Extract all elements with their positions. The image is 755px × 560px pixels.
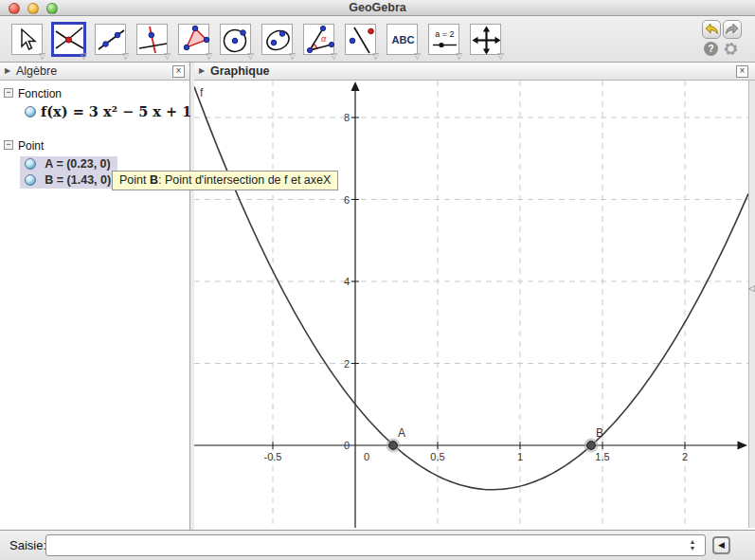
tree-group-label: Point	[18, 139, 44, 153]
redo-icon	[724, 21, 741, 38]
redo-button[interactable]	[723, 20, 742, 39]
panel-collapse-strip[interactable]	[748, 81, 755, 528]
svg-text:6: 6	[344, 194, 350, 206]
close-window-button[interactable]	[9, 3, 20, 14]
algebra-tree: − Fonction f(x) = 3 x² − 5 x + 1 − Point…	[0, 81, 189, 530]
input-bar: Saisie: ▲ ▼ ◀	[0, 530, 755, 560]
tool-slider[interactable]: a = 2 ▽	[428, 24, 459, 55]
svg-text:8: 8	[344, 112, 350, 123]
algebra-close-icon[interactable]: ×	[172, 65, 185, 78]
stepper-up-icon[interactable]: ▲	[687, 538, 698, 545]
svg-text:2: 2	[344, 358, 350, 370]
graphics-disclosure-icon[interactable]: ▶	[199, 67, 205, 75]
algebra-title: Algèbre	[16, 64, 57, 78]
point-A[interactable]: A	[386, 426, 406, 453]
tool-move[interactable]: ▽	[11, 24, 43, 55]
graphics-header: ▶ Graphique ×	[194, 63, 755, 81]
tool-line-through-two-points[interactable]: ▽	[95, 24, 126, 55]
collapse-panel-left-icon[interactable]: ◁	[748, 283, 755, 293]
svg-text:ABC: ABC	[392, 34, 415, 45]
tool-intersect-two-objects[interactable]: ▽	[51, 22, 86, 57]
point-a-value: A = (0.23, 0)	[45, 157, 110, 171]
tree-item-point-B[interactable]: B = (1.43, 0)	[20, 172, 117, 189]
svg-text:α: α	[321, 34, 327, 44]
curve-label: f	[200, 86, 204, 99]
point-label: B	[596, 426, 603, 440]
tool-dropdown-icon[interactable]: ▽	[206, 52, 212, 61]
tool-conic-ellipse[interactable]: ▽	[261, 24, 293, 55]
collapse-node-icon[interactable]: −	[4, 88, 13, 98]
undo-button[interactable]	[702, 20, 721, 39]
point-label: A	[398, 426, 405, 440]
visibility-marble-icon[interactable]	[25, 158, 36, 170]
svg-text:0: 0	[344, 440, 350, 451]
point-B[interactable]: B	[584, 426, 604, 453]
input-label: Saisie:	[9, 538, 46, 552]
tree-item-point-A[interactable]: A = (0.23, 0)	[20, 156, 117, 172]
tool-dropdown-icon[interactable]: ▽	[81, 52, 87, 61]
algebra-view: ▶ Algèbre × − Fonction f(x) = 3 x² − 5 x…	[0, 63, 190, 530]
y-axis-arrow-icon	[351, 81, 360, 91]
tool-reflect-object[interactable]: ▽	[345, 24, 376, 55]
function-definition: f(x) = 3 x² − 5 x + 1	[41, 103, 191, 119]
tool-dropdown-icon[interactable]: ▽	[331, 52, 337, 61]
minimize-window-button[interactable]	[27, 3, 39, 14]
zoom-window-button[interactable]	[46, 3, 58, 14]
visibility-marble-icon[interactable]	[25, 106, 36, 117]
tooltip-bold-text: B	[150, 173, 158, 187]
tool-dropdown-icon[interactable]: ▽	[122, 52, 129, 61]
svg-text:-0.5: -0.5	[264, 451, 282, 462]
window-title: GeoGebra	[0, 0, 755, 15]
svg-text:2: 2	[682, 451, 688, 462]
point-dot[interactable]	[587, 442, 596, 450]
axis-ticks	[273, 117, 685, 449]
command-input[interactable]	[50, 536, 675, 554]
collapse-node-icon[interactable]: −	[4, 140, 13, 150]
tooltip-point-b: Point B: Point d'intersection de f et ax…	[112, 171, 338, 190]
tool-move-graphics-view[interactable]: ▽	[470, 24, 501, 55]
tool-perpendicular-line[interactable]: ▽	[136, 24, 168, 55]
graphics-close-icon[interactable]: ×	[736, 65, 748, 78]
algebra-disclosure-icon[interactable]: ▶	[5, 67, 10, 75]
tooltip-text: : Point d'intersection de f et axeX	[158, 173, 331, 187]
tool-dropdown-icon[interactable]: ▽	[247, 52, 254, 61]
graphics-title: Graphique	[210, 64, 270, 78]
title-bar: GeoGebra	[0, 0, 755, 16]
command-input-field[interactable]: ▲ ▼	[45, 534, 706, 556]
svg-text:4: 4	[344, 276, 350, 287]
svg-text:0: 0	[364, 451, 369, 462]
tool-dropdown-icon[interactable]: ▽	[497, 52, 504, 61]
toolbar: ▽ ▽ ▽ ▽ ▽	[0, 16, 755, 63]
tool-dropdown-icon[interactable]: ▽	[39, 52, 45, 61]
visibility-marble-icon[interactable]	[25, 174, 36, 186]
tool-insert-text[interactable]: ABC ▽	[386, 24, 418, 55]
algebra-header: ▶ Algèbre ×	[0, 63, 189, 81]
tool-dropdown-icon[interactable]: ▽	[456, 52, 462, 61]
svg-text:1.5: 1.5	[595, 451, 609, 462]
tool-dropdown-icon[interactable]: ▽	[164, 52, 171, 61]
gear-icon	[723, 41, 739, 57]
tree-group-label: Fonction	[18, 87, 62, 100]
graph-canvas[interactable]: -0.5 0 0.5 1 1.5 2 0 2 4 6 8 f A B	[194, 81, 748, 528]
tool-dropdown-icon[interactable]: ▽	[289, 52, 296, 61]
svg-text:0.5: 0.5	[430, 451, 444, 462]
input-stepper[interactable]: ▲ ▼	[687, 538, 698, 551]
svg-text:1: 1	[517, 451, 523, 462]
function-curve-f[interactable]	[194, 87, 748, 490]
tool-dropdown-icon[interactable]: ▽	[414, 52, 421, 61]
undo-icon	[703, 21, 720, 38]
settings-button[interactable]	[723, 41, 739, 61]
point-b-value: B = (1.43, 0)	[45, 173, 111, 187]
stepper-down-icon[interactable]: ▼	[687, 545, 698, 551]
tool-angle[interactable]: α ▽	[303, 24, 334, 55]
left-triangle-icon: ◀	[718, 540, 725, 550]
point-dot[interactable]	[389, 442, 398, 450]
svg-text:a = 2: a = 2	[435, 29, 454, 39]
help-button[interactable]: ?	[704, 42, 718, 56]
tool-circle-center-point[interactable]: ▽	[220, 24, 251, 55]
input-history-button[interactable]: ◀	[712, 536, 730, 554]
tool-polygon[interactable]: ▽	[178, 24, 209, 55]
axis-labels: -0.5 0 0.5 1 1.5 2 0 2 4 6 8	[264, 112, 689, 462]
x-axis-arrow-icon	[738, 442, 748, 450]
tool-dropdown-icon[interactable]: ▽	[372, 52, 379, 61]
